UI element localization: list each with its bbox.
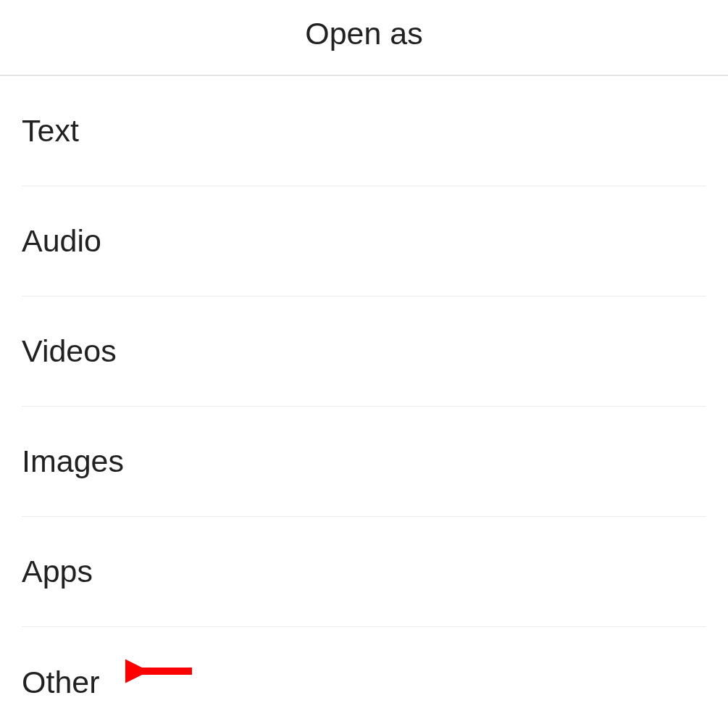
open-as-list: Text Audio Videos Images Apps Other — [0, 76, 728, 719]
list-item-label: Videos — [22, 333, 117, 369]
list-item-label: Other — [22, 665, 100, 700]
list-item-other[interactable]: Other — [22, 627, 706, 719]
list-item-label: Images — [22, 444, 124, 479]
dialog-title: Open as — [0, 0, 728, 76]
list-item-images[interactable]: Images — [22, 407, 706, 517]
list-item-text[interactable]: Text — [22, 76, 706, 186]
list-item-apps[interactable]: Apps — [22, 517, 706, 627]
list-item-label: Apps — [22, 554, 93, 589]
list-item-label: Text — [22, 113, 79, 149]
list-item-label: Audio — [22, 223, 101, 259]
list-item-audio[interactable]: Audio — [22, 186, 706, 296]
list-item-videos[interactable]: Videos — [22, 296, 706, 407]
